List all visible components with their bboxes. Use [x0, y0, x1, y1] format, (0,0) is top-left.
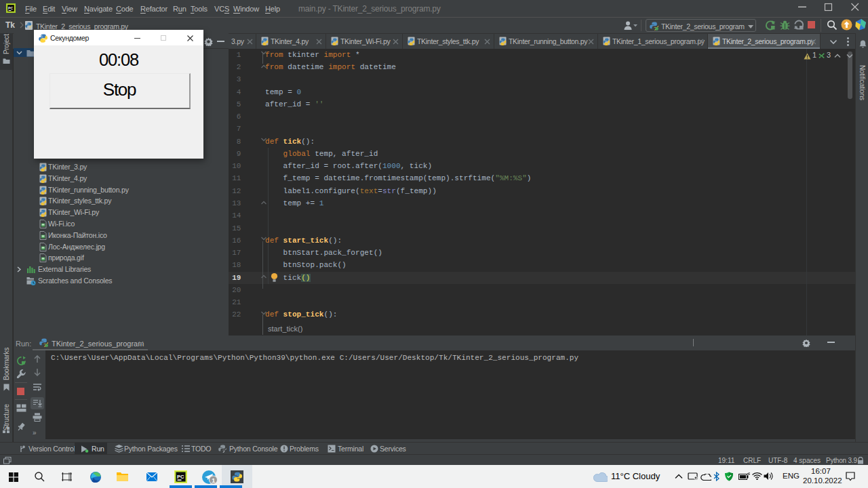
svg-text:1: 1: [212, 477, 215, 484]
svg-text:PC: PC: [8, 6, 13, 10]
svg-text:PC: PC: [177, 474, 184, 480]
